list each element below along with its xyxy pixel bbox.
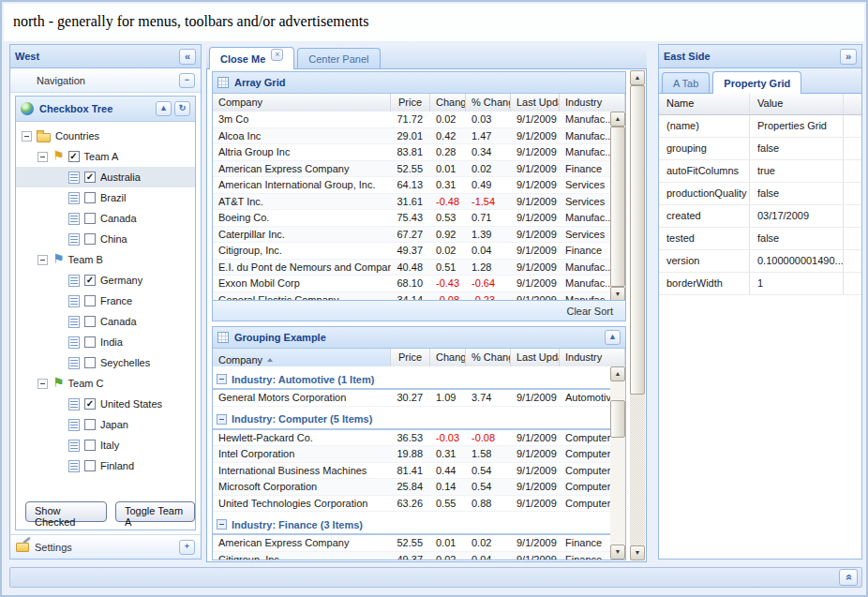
- tree-node[interactable]: ✓Australia: [16, 167, 195, 187]
- property-value[interactable]: 03/17/2009: [750, 205, 844, 227]
- clear-sort-button[interactable]: Clear Sort: [562, 304, 617, 319]
- tree-checkbox[interactable]: [84, 440, 96, 451]
- property-row[interactable]: (name)Properties Grid: [659, 115, 861, 138]
- tree-expander-icon[interactable]: [37, 152, 48, 162]
- tree-checkbox[interactable]: [84, 336, 96, 348]
- group-header[interactable]: Industry: Finance (3 Items): [213, 515, 610, 535]
- table-row[interactable]: American International Group, Inc.64.130…: [213, 177, 610, 194]
- column-header[interactable]: Last Upda...: [511, 94, 560, 112]
- tree-node[interactable]: Brazil: [16, 187, 195, 208]
- tab-a-tab[interactable]: A Tab: [662, 72, 710, 93]
- center-scrollbar[interactable]: ▲ ▼: [630, 70, 645, 560]
- accordion-navigation[interactable]: Navigation −: [10, 68, 201, 93]
- tree-checkbox[interactable]: [84, 357, 96, 368]
- tree-checkbox[interactable]: [84, 419, 96, 430]
- scroll-up-button[interactable]: ▲: [610, 366, 625, 381]
- tree-node[interactable]: ⚑Team C: [16, 373, 195, 394]
- tree-node[interactable]: Italy: [16, 435, 195, 455]
- tree-node[interactable]: Canada: [16, 311, 195, 332]
- tab-close-me[interactable]: Close Me ×: [209, 47, 294, 69]
- table-row[interactable]: Citigroup, Inc.49.370.020.049/1/2009Fina…: [213, 243, 610, 260]
- table-row[interactable]: International Business Machines81.410.44…: [213, 463, 610, 480]
- table-row[interactable]: Altria Group Inc83.810.280.349/1/2009Man…: [213, 144, 610, 161]
- column-header-name[interactable]: Name: [659, 94, 750, 114]
- south-expand-button[interactable]: »: [839, 569, 858, 586]
- collapse-minus-icon[interactable]: [217, 519, 227, 530]
- scroll-up-button[interactable]: ▲: [630, 70, 645, 85]
- tree-node[interactable]: ✓Germany: [16, 270, 195, 291]
- table-row[interactable]: General Motors Corporation30.271.093.749…: [213, 390, 610, 407]
- group-header[interactable]: Industry: Computer (5 Items): [213, 410, 610, 430]
- property-row[interactable]: borderWidth1: [659, 273, 861, 295]
- property-value[interactable]: 0.100000001490...: [750, 250, 844, 272]
- table-row[interactable]: American Express Company52.550.010.029/1…: [213, 535, 610, 552]
- property-row[interactable]: version0.100000001490...: [659, 250, 861, 273]
- table-row[interactable]: United Technologies Corporation63.260.55…: [213, 496, 610, 513]
- navigation-collapse-button[interactable]: −: [179, 73, 195, 88]
- property-row[interactable]: autoFitColumnstrue: [659, 160, 861, 183]
- tree-expander-icon[interactable]: [22, 131, 32, 142]
- scroll-up-button[interactable]: ▲: [610, 112, 625, 127]
- settings-expand-button[interactable]: +: [179, 540, 195, 555]
- tree-node[interactable]: ⚑Team B: [16, 249, 195, 270]
- property-value[interactable]: false: [750, 183, 844, 204]
- tree-expander-icon[interactable]: [37, 255, 48, 265]
- column-header[interactable]: Industry: [560, 349, 625, 367]
- tree-checkbox[interactable]: ✓: [84, 172, 96, 183]
- tree-node[interactable]: Finland: [16, 455, 195, 476]
- table-row[interactable]: Caterpillar Inc.67.270.921.399/1/2009Ser…: [213, 227, 610, 244]
- group-header[interactable]: Industry: Automotive (1 Item): [213, 370, 610, 390]
- tree-node[interactable]: Countries: [16, 126, 195, 146]
- property-value[interactable]: true: [750, 160, 844, 182]
- table-row[interactable]: Hewlett-Packard Co.36.53-0.03-0.089/1/20…: [213, 430, 610, 447]
- property-row[interactable]: groupingfalse: [659, 138, 861, 160]
- tree-node[interactable]: Seychelles: [16, 352, 195, 373]
- tree-node[interactable]: ✓United States: [16, 394, 195, 414]
- collapse-minus-icon[interactable]: [217, 414, 227, 425]
- tree-node[interactable]: Japan: [16, 414, 195, 435]
- property-row[interactable]: testedfalse: [659, 228, 861, 250]
- table-row[interactable]: Citigroup, Inc.49.370.020.049/1/2009Fina…: [213, 552, 610, 560]
- tree-refresh-button[interactable]: ↻: [174, 101, 190, 116]
- property-row[interactable]: created03/17/2009: [659, 205, 861, 228]
- tree-node[interactable]: Canada: [16, 208, 195, 229]
- table-row[interactable]: Boeing Co.75.430.530.719/1/2009Manufac..…: [213, 210, 610, 227]
- table-row[interactable]: Intel Corporation19.880.311.589/1/2009Co…: [213, 446, 610, 463]
- tree-node[interactable]: ⚑✓Team A: [16, 146, 195, 167]
- grouping-collapse-button[interactable]: ▲: [605, 330, 621, 345]
- east-collapse-button[interactable]: »: [840, 49, 857, 65]
- west-collapse-button[interactable]: «: [179, 49, 196, 65]
- tree-checkbox[interactable]: ✓: [84, 398, 96, 410]
- column-header[interactable]: Price: [391, 94, 430, 112]
- column-header[interactable]: Company: [213, 349, 391, 367]
- array-grid-scrollbar[interactable]: ▲ ▼: [610, 112, 625, 302]
- grouping-grid-scrollbar[interactable]: ▲ ▼: [610, 366, 625, 560]
- table-row[interactable]: American Express Company52.550.010.029/1…: [213, 161, 610, 178]
- accordion-settings[interactable]: Settings +: [10, 534, 201, 559]
- table-row[interactable]: Exxon Mobil Corp68.10-0.43-0.649/1/2009M…: [213, 276, 610, 292]
- column-header[interactable]: Price: [391, 349, 430, 367]
- property-row[interactable]: productionQualityfalse: [659, 183, 861, 205]
- column-header[interactable]: % Change: [466, 349, 511, 367]
- tree-node[interactable]: India: [16, 332, 195, 352]
- tab-close-icon[interactable]: ×: [271, 49, 283, 61]
- column-header[interactable]: Last Upda...: [511, 349, 560, 367]
- tree-checkbox[interactable]: ✓: [68, 151, 80, 162]
- column-header[interactable]: Change: [430, 94, 466, 112]
- tree-checkbox[interactable]: [84, 316, 96, 327]
- column-header-value[interactable]: Value: [750, 94, 844, 114]
- tab-property-grid[interactable]: Property Grid: [712, 71, 801, 94]
- property-value[interactable]: Properties Grid: [750, 115, 844, 137]
- tree-checkbox[interactable]: [84, 295, 96, 306]
- column-header[interactable]: Change: [430, 349, 466, 367]
- property-value[interactable]: false: [750, 138, 844, 159]
- property-value[interactable]: 1: [750, 273, 844, 294]
- collapse-minus-icon[interactable]: [217, 374, 227, 384]
- scroll-thumb[interactable]: [610, 400, 625, 438]
- tree-checkbox[interactable]: [84, 213, 96, 224]
- tree-checkbox[interactable]: [84, 192, 96, 203]
- toggle-team-a-button[interactable]: Toggle Team A: [115, 501, 195, 522]
- column-header[interactable]: % Change: [466, 94, 511, 112]
- column-header[interactable]: Company: [213, 94, 391, 112]
- tree-checkbox[interactable]: [84, 233, 96, 245]
